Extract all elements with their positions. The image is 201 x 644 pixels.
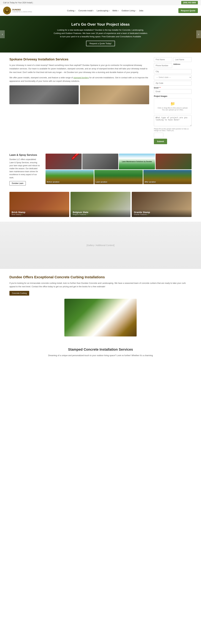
spacer-label: [Gallery / Additional Content]: [87, 244, 114, 246]
nav-wells[interactable]: Wells ▾: [112, 10, 119, 12]
driveway-para2: We offer paver installs, stamped concret…: [9, 76, 149, 83]
driveway-image-stamped: [80, 85, 149, 104]
granite-sub: Granite Features ▶: [134, 214, 189, 216]
lawn-image-worker: CALL TODAY: [45, 154, 82, 169]
project-images-label: Project Images: [154, 95, 192, 97]
logo-icon: D: [3, 6, 11, 14]
top-bar-message: Call Us Today for Your 2024 Install |: [3, 2, 33, 4]
lawn-section: Lawn & Spray Services Dundee LLC offers …: [6, 149, 195, 190]
name-row: [154, 57, 192, 62]
belgium-arrow-icon: ▶: [87, 214, 88, 215]
lawn-image-truck: [82, 154, 118, 169]
hero-next-arrow[interactable]: ›: [196, 30, 201, 38]
nav-outdoor[interactable]: Outdoor Living ▾: [122, 10, 136, 12]
project-description-textarea[interactable]: [154, 115, 192, 126]
upload-area[interactable]: 📁 Click or drag files to this area to up…: [154, 98, 192, 114]
stamped-borders-link[interactable]: stamped borders: [73, 76, 89, 79]
phone-address-row: Address: [154, 63, 192, 68]
aeration-after-label: After aeration: [145, 181, 156, 183]
upload-text: Click or drag files to this area to uplo…: [156, 107, 190, 109]
hero-title: Let's Go Over Your Project ideas: [53, 22, 148, 26]
email-label: Email *: [154, 87, 192, 89]
dundee-lawn-button[interactable]: Dundee Lawn: [9, 181, 26, 186]
email-input[interactable]: [154, 89, 192, 94]
stamped-concrete-section: Stamped Concrete Installation Services D…: [6, 341, 195, 364]
brick-overlay: Brick Stamp Brick Stamp ▶: [9, 209, 69, 217]
svg-text:D: D: [6, 10, 7, 11]
brick-arrow-icon: ▶: [21, 214, 23, 215]
driveway-section: Spokane Driveway Installation Services I…: [6, 52, 195, 149]
email-section: Email *: [154, 87, 192, 94]
logo-subtitle: CONCRETE & LANDSCAPING: [12, 11, 32, 12]
project-images-section: Project Images 📁 Click or drag files to …: [154, 95, 192, 114]
lawn-image-sign: Lawn Maintenance Solutions by Dundee: [119, 154, 155, 169]
concrete-curbing-button[interactable]: Concrete Curbing: [9, 291, 29, 296]
main-nav: D DUNDEE CONCRETE & LANDSCAPING Curbing …: [0, 5, 201, 16]
stamped-description: Dreaming of a unique and personalized to…: [9, 354, 192, 357]
curbing-description: If you're looking for an immaculate conc…: [9, 282, 192, 288]
city-input[interactable]: [154, 69, 192, 74]
lawn-sign-text: Lawn Maintenance Solutions by Dundee: [122, 161, 152, 162]
granite-arrow-icon: ▶: [148, 214, 149, 215]
hero-content: Let's Go Over Your Project ideas Looking…: [53, 22, 148, 46]
nav-jobs[interactable]: Jobs: [139, 10, 143, 12]
state-select[interactable]: --- Select state --- WA OR ID: [154, 75, 192, 80]
driveway-image-asphalt: [9, 85, 79, 104]
hero-prev-arrow[interactable]: ‹: [0, 30, 5, 38]
zip-input[interactable]: [154, 81, 192, 86]
aeration-before-label: Before aeration: [47, 181, 59, 183]
belgium-overlay: Belgium Slate Belgium Features ▶: [70, 209, 130, 217]
captcha-area: [154, 133, 192, 138]
last-name-input[interactable]: [173, 57, 192, 62]
hero-cta-button[interactable]: Request a Quote Today!: [86, 41, 115, 46]
driveway-images: [9, 85, 149, 104]
driveway-para1: Is your driveway in need of a total reva…: [9, 64, 149, 74]
address-section: --- Select state --- WA OR ID: [154, 69, 192, 86]
logo: D DUNDEE CONCRETE & LANDSCAPING: [3, 6, 32, 14]
curbing-section: Dundee Offers Exceptional Concrete Curbi…: [6, 269, 195, 341]
granite-title: Granite Stamp: [134, 211, 189, 214]
lawn-gallery: CALL TODAY Lawn Maintenance Solutions by…: [45, 154, 192, 184]
upload-icon: 📁: [156, 102, 190, 106]
stamp-card-belgium[interactable]: Belgium Slate Belgium Features ▶: [70, 192, 130, 217]
driveway-content: Spokane Driveway Installation Services I…: [9, 57, 149, 144]
lawn-text: Lawn & Spray Services Dundee LLC offers …: [9, 154, 41, 185]
belgium-sub: Belgium Features ▶: [73, 214, 128, 216]
belgium-title: Belgium Slate: [73, 211, 128, 214]
hero-description: Looking for a new landscape installation…: [53, 28, 148, 38]
math-note: Please fill out this simple math questio…: [154, 128, 192, 132]
stamp-cards-section: Brick Stamp Brick Stamp ▶ Belgium Slate …: [6, 190, 195, 222]
curbing-image: [64, 299, 137, 336]
captcha-input[interactable]: [154, 133, 163, 138]
curbing-title: Dundee Offers Exceptional Concrete Curbi…: [9, 275, 192, 279]
logo-name: DUNDEE: [12, 8, 32, 11]
phone-button[interactable]: (509) 443-3800: [181, 1, 198, 4]
top-bar: Call Us Today for Your 2024 Install | (5…: [0, 0, 201, 5]
nav-curbing[interactable]: Curbing ▾: [67, 10, 76, 12]
aeration-after: After aeration: [143, 170, 192, 184]
contact-form: Address --- Select state --- WA OR ID Em…: [154, 57, 192, 144]
granite-overlay: Granite Stamp Granite Features ▶: [132, 209, 192, 217]
gallery-spacer: [Gallery / Additional Content]: [0, 222, 201, 269]
hero-section: ‹ Let's Go Over Your Project ideas Looki…: [0, 16, 201, 52]
nav-concrete[interactable]: Concrete install ▾: [78, 10, 94, 12]
address-label: Address: [173, 63, 192, 65]
driveway-title: Spokane Driveway Installation Services: [9, 57, 149, 61]
stamp-card-brick[interactable]: Brick Stamp Brick Stamp ▶: [9, 192, 69, 217]
lawn-image-worker2: [156, 154, 192, 169]
call-badge: CALL TODAY: [71, 154, 80, 160]
request-quote-button[interactable]: Request Quote: [178, 8, 198, 13]
submit-button[interactable]: Submit: [154, 139, 167, 144]
stamp-card-granite[interactable]: Granite Stamp Granite Features ▶: [132, 192, 192, 217]
aeration-row: Before aeration Lawn aeration After aera…: [45, 170, 192, 184]
lawn-title: Lawn & Spray Services: [9, 154, 41, 156]
aeration-before: Before aeration: [45, 170, 94, 184]
aeration-during: Lawn aeration: [94, 170, 143, 184]
first-name-input[interactable]: [154, 57, 172, 62]
upload-sub: You can upload up to 5 files.: [156, 109, 190, 111]
brick-title: Brick Stamp: [12, 211, 67, 214]
brick-sub: Brick Stamp ▶: [12, 214, 67, 216]
aeration-during-label: Lawn aeration: [96, 181, 107, 183]
phone-input[interactable]: [154, 63, 172, 68]
nav-landscaping[interactable]: Landscaping ▾: [97, 10, 109, 12]
